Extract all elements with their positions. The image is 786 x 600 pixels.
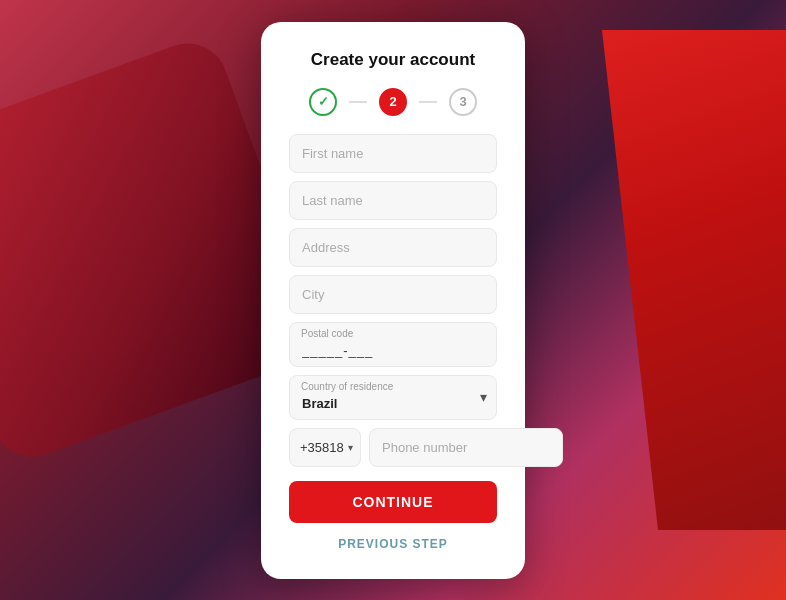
first-name-input[interactable] bbox=[289, 134, 497, 173]
page-title: Create your account bbox=[289, 50, 497, 70]
phone-row: +35818 ▾ bbox=[289, 428, 497, 467]
address-group bbox=[289, 228, 497, 267]
step-3-label: 3 bbox=[459, 94, 466, 109]
account-creation-card: Create your account ✓ 2 3 bbox=[261, 22, 525, 579]
continue-button[interactable]: CONTINUE bbox=[289, 481, 497, 523]
previous-step-button[interactable]: PREVIOUS STEP bbox=[289, 533, 497, 555]
step-3: 3 bbox=[449, 88, 477, 116]
overlay: Create your account ✓ 2 3 bbox=[0, 0, 786, 600]
address-input[interactable] bbox=[289, 228, 497, 267]
postal-label: Postal code bbox=[301, 328, 353, 339]
last-name-input[interactable] bbox=[289, 181, 497, 220]
city-group bbox=[289, 275, 497, 314]
country-group: Country of residence Brazil United State… bbox=[289, 375, 497, 420]
postal-code-group: Postal code bbox=[289, 322, 497, 367]
step-2-label: 2 bbox=[389, 94, 396, 109]
country-label: Country of residence bbox=[301, 381, 393, 392]
last-name-group bbox=[289, 181, 497, 220]
step-1: ✓ bbox=[309, 88, 337, 116]
step-1-label: ✓ bbox=[318, 94, 329, 109]
step-2: 2 bbox=[379, 88, 407, 116]
phone-number-input[interactable] bbox=[369, 428, 563, 467]
phone-code-value: +35818 bbox=[300, 440, 344, 455]
phone-code-selector[interactable]: +35818 ▾ bbox=[289, 428, 361, 467]
step-line-2 bbox=[419, 101, 437, 103]
phone-code-arrow-icon: ▾ bbox=[348, 442, 353, 453]
city-input[interactable] bbox=[289, 275, 497, 314]
step-line-1 bbox=[349, 101, 367, 103]
first-name-group bbox=[289, 134, 497, 173]
stepper: ✓ 2 3 bbox=[289, 88, 497, 116]
